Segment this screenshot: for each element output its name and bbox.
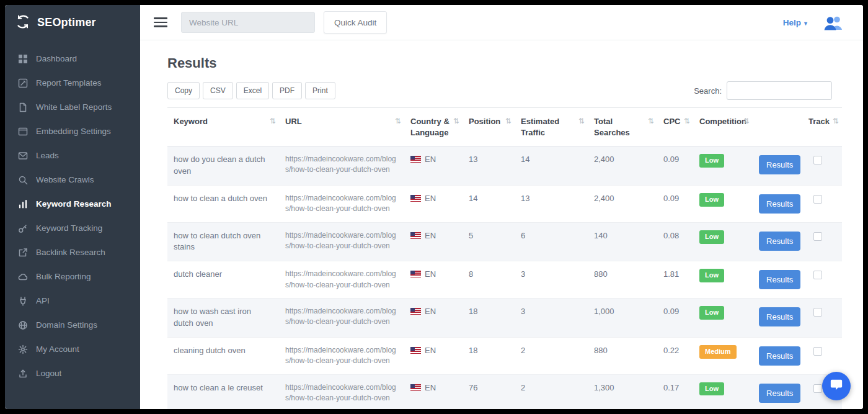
report-templates-icon bbox=[17, 78, 28, 88]
api-icon bbox=[17, 295, 28, 306]
copy-button[interactable]: Copy bbox=[167, 82, 200, 99]
competition-badge: Low bbox=[699, 230, 724, 244]
table-row: how do you clean a dutch oven https://ma… bbox=[167, 146, 842, 186]
track-checkbox[interactable] bbox=[813, 156, 822, 164]
url-cell: https://madeincookware.com/blogs/how-to-… bbox=[279, 261, 404, 299]
column-header-label: CPC bbox=[663, 117, 680, 126]
us-flag-icon bbox=[410, 271, 421, 277]
chevron-down-icon: ▼ bbox=[803, 20, 808, 27]
table-row: cleaning dutch oven https://madeincookwa… bbox=[167, 337, 842, 374]
sidebar-item-report-templates[interactable]: Report Templates bbox=[5, 71, 140, 95]
sidebar-item-embedding-settings[interactable]: Embedding Settings bbox=[5, 119, 140, 143]
position-cell: 5 bbox=[463, 222, 515, 261]
search-input[interactable] bbox=[727, 81, 832, 100]
results-button[interactable]: Results bbox=[759, 346, 800, 366]
country-language-cell: EN bbox=[404, 374, 463, 409]
print-button[interactable]: Print bbox=[305, 82, 335, 99]
results-button[interactable]: Results bbox=[759, 155, 800, 174]
table-row: how to clean a le creuset https://madein… bbox=[167, 374, 842, 409]
position-cell: 13 bbox=[463, 146, 515, 186]
sidebar-item-logout[interactable]: Logout bbox=[5, 361, 140, 385]
sidebar-item-label: My Account bbox=[36, 344, 79, 354]
sidebar-nav: Dashboard Report Templates White Label R… bbox=[5, 40, 140, 385]
us-flag-icon bbox=[410, 195, 421, 202]
excel-button[interactable]: Excel bbox=[236, 82, 269, 99]
competition-badge: Low bbox=[699, 154, 724, 168]
us-flag-icon bbox=[410, 347, 421, 354]
domain-settings-icon bbox=[17, 320, 28, 330]
seoptimer-logo-text: SEOptimer bbox=[37, 16, 96, 29]
sidebar-item-keyword-research[interactable]: Keyword Research bbox=[5, 192, 140, 216]
language-code: EN bbox=[425, 307, 436, 316]
hamburger-menu-icon[interactable] bbox=[154, 17, 167, 27]
sort-icon: ⇅ bbox=[684, 116, 690, 126]
keyword-research-icon bbox=[17, 199, 28, 209]
keyword-cell: how to clean a dutch oven bbox=[167, 185, 279, 222]
results-button[interactable]: Results bbox=[759, 307, 800, 326]
column-header-estimated-traffic[interactable]: Estimated Traffic ⇅ bbox=[515, 108, 588, 146]
column-header-cpc[interactable]: CPC ⇅ bbox=[657, 108, 693, 146]
results-button[interactable]: Results bbox=[759, 194, 800, 214]
export-button-group: Copy CSV Excel PDF Print bbox=[167, 82, 335, 99]
position-cell: 14 bbox=[463, 185, 515, 222]
sidebar-item-api[interactable]: API bbox=[5, 289, 140, 313]
estimated-traffic-cell: 13 bbox=[515, 185, 588, 222]
sidebar-item-white-label-reports[interactable]: White Label Reports bbox=[5, 95, 140, 119]
competition-badge: Low bbox=[699, 306, 724, 320]
column-header-country-language[interactable]: Country & Language ⇅ bbox=[404, 108, 463, 146]
track-checkbox[interactable] bbox=[813, 195, 822, 204]
column-header-url[interactable]: URL ⇅ bbox=[279, 108, 404, 146]
sidebar-item-bulk-reporting[interactable]: Bulk Reporting bbox=[5, 264, 140, 289]
sidebar-item-label: Report Templates bbox=[36, 78, 102, 88]
us-flag-icon bbox=[410, 308, 421, 315]
competition-badge: Low bbox=[699, 382, 724, 396]
competition-badge: Low bbox=[699, 269, 724, 282]
column-header-label: URL bbox=[285, 117, 302, 126]
track-checkbox[interactable] bbox=[813, 384, 822, 393]
total-searches-cell: 1,300 bbox=[588, 374, 657, 409]
estimated-traffic-cell: 6 bbox=[515, 222, 588, 261]
keyword-cell: dutch cleaner bbox=[167, 261, 279, 299]
sidebar-item-label: White Label Reports bbox=[36, 102, 112, 112]
column-header-total-searches[interactable]: Total Searches ⇅ bbox=[588, 108, 657, 146]
keyword-cell: how to wash cast iron dutch oven bbox=[167, 299, 279, 338]
column-header-competition[interactable]: Competition ⇅ bbox=[693, 108, 753, 146]
column-header-track[interactable]: Track ⇅ bbox=[802, 108, 842, 146]
cpc-cell: 0.17 bbox=[657, 374, 693, 409]
seoptimer-logo[interactable]: SEOptimer bbox=[5, 5, 140, 40]
results-button[interactable]: Results bbox=[759, 384, 800, 403]
csv-button[interactable]: CSV bbox=[203, 82, 233, 99]
sidebar-item-domain-settings[interactable]: Domain Settings bbox=[5, 313, 140, 337]
country-language-cell: EN bbox=[404, 261, 463, 299]
sidebar-item-dashboard[interactable]: Dashboard bbox=[5, 47, 140, 71]
results-button[interactable]: Results bbox=[759, 232, 800, 251]
sidebar-item-label: Website Crawls bbox=[36, 175, 94, 184]
website-url-input[interactable] bbox=[181, 12, 315, 33]
sidebar-item-leads[interactable]: Leads bbox=[5, 143, 140, 168]
help-menu[interactable]: Help▼ bbox=[783, 18, 808, 27]
chat-button[interactable] bbox=[822, 372, 851, 400]
estimated-traffic-cell: 3 bbox=[515, 299, 588, 338]
track-checkbox[interactable] bbox=[813, 308, 822, 317]
language-code: EN bbox=[425, 269, 436, 279]
pdf-button[interactable]: PDF bbox=[272, 82, 302, 99]
bulk-reporting-icon bbox=[17, 271, 28, 282]
sidebar-item-label: Domain Settings bbox=[36, 320, 97, 330]
column-header-position[interactable]: Position ⇅ bbox=[463, 108, 515, 146]
sidebar-item-my-account[interactable]: My Account bbox=[5, 337, 140, 361]
track-checkbox[interactable] bbox=[813, 271, 822, 279]
track-checkbox[interactable] bbox=[813, 347, 822, 356]
track-checkbox[interactable] bbox=[813, 232, 822, 241]
column-header-keyword[interactable]: Keyword ⇅ bbox=[167, 108, 279, 146]
sidebar-item-website-crawls[interactable]: Website Crawls bbox=[5, 168, 140, 192]
table-row: how to wash cast iron dutch oven https:/… bbox=[167, 299, 842, 338]
results-button[interactable]: Results bbox=[759, 270, 800, 289]
column-header-label: Total Searches bbox=[594, 117, 630, 137]
sidebar-item-keyword-tracking[interactable]: Keyword Tracking bbox=[5, 216, 140, 240]
quick-audit-button[interactable]: Quick Audit bbox=[324, 11, 387, 34]
sidebar-item-backlink-research[interactable]: Backlink Research bbox=[5, 240, 140, 264]
competition-badge: Low bbox=[699, 193, 724, 207]
user-account-icon[interactable] bbox=[823, 15, 844, 30]
language-code: EN bbox=[425, 383, 436, 392]
country-language-cell: EN bbox=[404, 146, 463, 186]
